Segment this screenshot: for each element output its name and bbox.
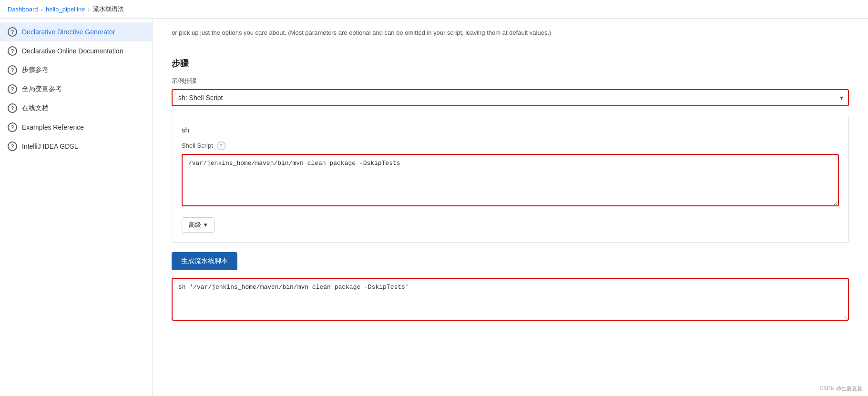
breadcrumb-current: 流水线语法 [93, 5, 124, 13]
shell-script-field-row: Shell Script ? /var/jenkins_home/maven/b… [182, 142, 839, 208]
sidebar-icon-intellij-gdsl: ? [8, 142, 17, 151]
section-title: 步骤 [172, 58, 849, 69]
script-textarea[interactable]: /var/jenkins_home/maven/bin/mvn clean pa… [182, 154, 839, 206]
advanced-label: 高级 [189, 221, 201, 229]
example-steps-dropdown[interactable]: sh: Shell Script bat: Windows Batch Scri… [172, 89, 849, 106]
content-area: or pick up just the options you care abo… [153, 19, 868, 396]
shell-script-label: Shell Script [182, 142, 213, 149]
sidebar-label-intellij-gdsl: IntelliJ IDEA GDSL [22, 142, 78, 150]
breadcrumb-dashboard[interactable]: Dashboard [8, 6, 38, 13]
sidebar-icon-examples-ref: ? [8, 122, 17, 132]
generate-pipeline-button[interactable]: 生成流水线脚本 [172, 252, 237, 270]
sidebar-item-examples-ref[interactable]: ?Examples Reference [0, 118, 152, 137]
example-steps-label: 示例步骤 [172, 77, 849, 85]
breadcrumb-sep-1: › [41, 6, 43, 13]
advanced-button[interactable]: 高级 ▾ [182, 217, 214, 233]
sidebar-item-online-docs-zh[interactable]: ?在线文档 [0, 99, 152, 118]
sidebar-item-intellij-gdsl[interactable]: ?IntelliJ IDEA GDSL [0, 137, 152, 156]
sidebar-icon-online-docs-zh: ? [8, 103, 17, 113]
sidebar-label-steps-ref: 步骤参考 [22, 66, 49, 74]
step-name: sh [182, 126, 839, 134]
help-icon[interactable]: ? [217, 142, 225, 150]
intro-text: or pick up just the options you care abo… [172, 28, 849, 46]
sidebar-label-global-vars: 全局变量参考 [22, 85, 62, 93]
step-block: sh Shell Script ? /var/jenkins_home/mave… [172, 116, 849, 243]
sidebar-item-directive-generator[interactable]: ?Declarative Directive Generator [0, 22, 152, 41]
sidebar-item-global-vars[interactable]: ?全局变量参考 [0, 80, 152, 99]
sidebar-icon-steps-ref: ? [8, 65, 17, 75]
sidebar-label-examples-ref: Examples Reference [22, 123, 84, 131]
field-label-with-help: Shell Script ? [182, 142, 839, 150]
watermark: CSDN @生夏夏夏 [820, 385, 862, 392]
sidebar: ?Declarative Directive Generator?Declara… [0, 19, 153, 396]
breadcrumb-sep-2: › [88, 6, 90, 13]
sidebar-label-online-docs: Declarative Online Documentation [22, 47, 123, 55]
sidebar-item-online-docs[interactable]: ?Declarative Online Documentation [0, 41, 152, 61]
sidebar-icon-directive-generator: ? [8, 27, 17, 37]
sidebar-label-online-docs-zh: 在线文档 [22, 104, 49, 112]
dropdown-wrapper: sh: Shell Script bat: Windows Batch Scri… [172, 89, 849, 106]
breadcrumb-pipeline[interactable]: hello_pipelline [46, 6, 85, 13]
breadcrumb: Dashboard › hello_pipelline › 流水线语法 [0, 0, 868, 19]
output-textarea[interactable]: sh '/var/jenkins_home/maven/bin/mvn clea… [172, 278, 849, 321]
advanced-chevron-icon: ▾ [204, 221, 207, 228]
sidebar-label-directive-generator: Declarative Directive Generator [22, 28, 115, 36]
sidebar-icon-online-docs: ? [8, 46, 17, 56]
sidebar-item-steps-ref[interactable]: ?步骤参考 [0, 61, 152, 80]
sidebar-icon-global-vars: ? [8, 84, 17, 94]
